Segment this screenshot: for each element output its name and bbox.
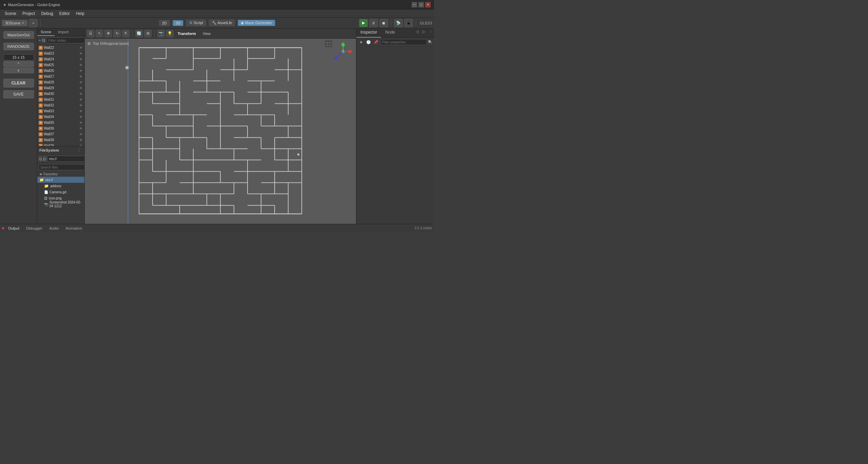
visibility-icon[interactable]: 👁	[78, 109, 83, 114]
deploy-button[interactable]: 📱	[404, 19, 413, 27]
list-item[interactable]: 📁 addons	[37, 183, 84, 189]
list-item[interactable]: N Wall29 👁	[37, 85, 84, 91]
list-item[interactable]: N Wall31 👁	[37, 97, 84, 102]
list-item[interactable]: N Wall26 👁	[37, 68, 84, 74]
play-button[interactable]: ▶	[359, 19, 368, 27]
close-button[interactable]: ✕	[425, 2, 431, 7]
visibility-icon[interactable]: 👁	[78, 74, 83, 79]
menu-debug[interactable]: Debug	[38, 11, 56, 17]
filesystem-search-input[interactable]	[39, 164, 85, 170]
list-item[interactable]: N Wall37 👁	[37, 131, 84, 137]
save-button[interactable]: SAVE	[3, 90, 34, 98]
visibility-icon[interactable]: 👁	[78, 143, 83, 146]
stop-button[interactable]: ⏹	[379, 19, 388, 27]
light-button[interactable]: 💡	[166, 30, 174, 37]
tab-output[interactable]: Output	[5, 226, 22, 231]
pause-button[interactable]: ⏸	[369, 19, 378, 27]
script-button[interactable]: ⚙ Script	[186, 20, 206, 26]
expand-viewport-button[interactable]: ⛶	[325, 40, 332, 47]
list-item[interactable]: N Wall33 👁	[37, 108, 84, 114]
visibility-icon[interactable]: 👁	[78, 138, 83, 142]
assetlib-button[interactable]: 🔧 AssetLib	[209, 20, 235, 26]
view-label-btn[interactable]: View	[200, 31, 214, 36]
tab-debugger[interactable]: Debugger	[23, 226, 45, 231]
maze-generator-button[interactable]: ◉ Maze Generator	[238, 20, 275, 26]
tab-animation[interactable]: Animation	[63, 226, 85, 231]
list-item[interactable]: N Wall39 👁	[37, 143, 84, 146]
list-item[interactable]: N Wall36 👁	[37, 125, 84, 131]
visibility-icon[interactable]: 👁	[78, 126, 83, 131]
close-tab-icon[interactable]: ✕	[22, 21, 24, 25]
size-up-button[interactable]: ^	[3, 61, 34, 67]
visibility-icon[interactable]: 👁	[78, 45, 83, 50]
list-item[interactable]: N Wall22 👁	[37, 45, 84, 51]
view-2d-button[interactable]: 2D	[159, 20, 170, 26]
list-item[interactable]: N Wall34 👁	[37, 114, 84, 120]
list-item[interactable]: 📷 Screenshot 2024-02-04 1212	[37, 201, 84, 207]
inspector-back-button[interactable]: ◁	[414, 28, 420, 35]
list-item[interactable]: N Wall35 👁	[37, 120, 84, 125]
filter-properties-input[interactable]	[380, 39, 427, 45]
tab-import[interactable]: Import	[55, 28, 72, 36]
list-item[interactable]: N Wall24 👁	[37, 56, 84, 62]
visibility-icon[interactable]: 👁	[78, 97, 83, 102]
inspector-options-button[interactable]: ⋮	[427, 28, 434, 35]
visibility-icon[interactable]: 👁	[78, 115, 83, 119]
scene-tab-3dscene[interactable]: 3DScene ✕	[2, 20, 27, 26]
menu-help[interactable]: Help	[73, 11, 87, 17]
transform-label[interactable]: Transform	[175, 31, 199, 36]
list-item[interactable]: N Wall32 👁	[37, 102, 84, 108]
rotate-tool-button[interactable]: ↻	[113, 30, 121, 37]
list-item[interactable]: N Wall23 👁	[37, 51, 84, 56]
add-node-button[interactable]: +	[39, 37, 41, 43]
maximize-button[interactable]: □	[418, 2, 424, 7]
inspector-pin-button[interactable]: 📌	[373, 39, 379, 45]
viewport-menu-button[interactable]: ☰	[87, 30, 94, 37]
menu-project[interactable]: Project	[20, 11, 38, 17]
remote-button[interactable]: 📡	[394, 19, 403, 27]
size-down-button[interactable]: v	[3, 67, 34, 73]
minimize-button[interactable]: ─	[412, 2, 417, 7]
visibility-icon[interactable]: 👁	[78, 69, 83, 73]
visibility-icon[interactable]: 👁	[78, 57, 83, 62]
list-item[interactable]: N Wall30 👁	[37, 91, 84, 97]
randomize-button[interactable]: RANDOMIZE	[3, 43, 34, 50]
inspector-history-button[interactable]: 🕐	[365, 39, 372, 45]
list-item[interactable]: 📄 Camera.gd	[37, 189, 84, 195]
menu-scene[interactable]: Scene	[2, 11, 19, 17]
clear-button[interactable]: CLEAR	[3, 79, 34, 88]
menu-editor[interactable]: Editor	[57, 11, 73, 17]
tab-node[interactable]: Node	[381, 28, 399, 38]
visibility-icon[interactable]: 👁	[78, 92, 83, 96]
inspector-bookmark-button[interactable]: ★	[358, 39, 364, 45]
scale-tool-button[interactable]: ⇱	[122, 30, 130, 37]
maze-gen-out-button[interactable]: MazeGenOut	[3, 31, 34, 39]
inspector-forward-button[interactable]: ▷	[420, 28, 427, 35]
instance-scene-button[interactable]: ⛓	[42, 37, 45, 43]
viewport-canvas[interactable]: ⊞ Top Orthogonal [auto] ✳	[85, 39, 356, 224]
filesystem-options-button[interactable]: ⋮	[76, 147, 82, 153]
move-tool-button[interactable]: ✥	[104, 30, 112, 37]
visibility-icon[interactable]: 👁	[78, 103, 83, 108]
local-space-button[interactable]: 🔄	[135, 30, 143, 37]
list-item[interactable]: N Wall28 👁	[37, 79, 84, 85]
list-item[interactable]: N Wall25 👁	[37, 62, 84, 68]
fs-forward-button[interactable]: ▷	[43, 156, 46, 161]
fs-back-button[interactable]: ◁	[39, 156, 42, 161]
camera-button[interactable]: 📷	[157, 30, 165, 37]
list-item[interactable]: N Wall38 👁	[37, 137, 84, 143]
list-item[interactable]: 📁 res://	[37, 177, 84, 183]
tab-inspector[interactable]: Inspector	[356, 28, 381, 38]
add-scene-button[interactable]: +	[29, 19, 38, 27]
visibility-icon[interactable]: 👁	[78, 51, 83, 56]
tab-audio[interactable]: Audio	[46, 226, 61, 231]
select-tool-button[interactable]: ↖	[96, 30, 103, 37]
list-item[interactable]: N Wall27 👁	[37, 74, 84, 79]
visibility-icon[interactable]: 👁	[78, 63, 83, 67]
snap-button[interactable]: ⊞	[144, 30, 152, 37]
visibility-icon[interactable]: 👁	[78, 86, 83, 91]
visibility-icon[interactable]: 👁	[78, 132, 83, 137]
visibility-icon[interactable]: 👁	[78, 120, 83, 125]
visibility-icon[interactable]: 👁	[78, 80, 83, 85]
view-3d-button[interactable]: 3D	[173, 20, 183, 26]
